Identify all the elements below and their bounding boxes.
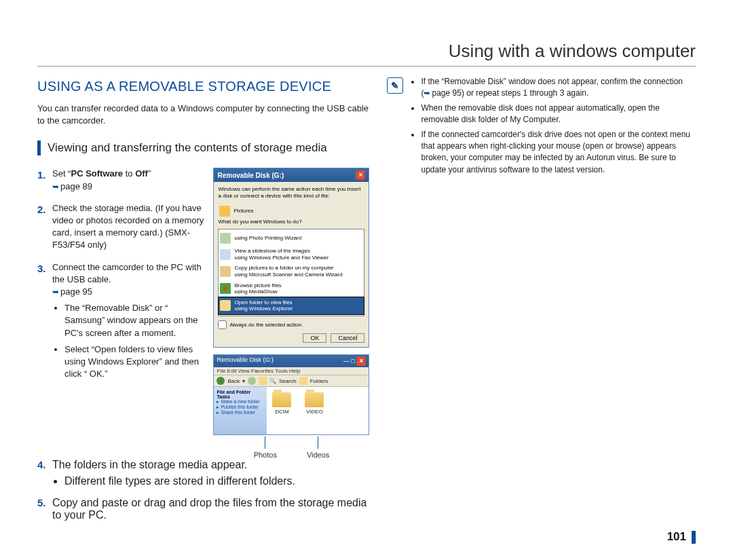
intro-text: You can transfer recorded data to a Wind…: [37, 102, 369, 127]
step-2: Check the storage media. (If you have vi…: [37, 202, 205, 252]
dialog-always-checkbox[interactable]: Always do the selected action.: [218, 320, 364, 329]
page-ref-95b: page 95: [424, 88, 461, 98]
explorer-title: Removable Disk (G:): [217, 356, 274, 366]
note-1: If the “Removable Disk” window does not …: [421, 76, 696, 100]
dialog-option-open-folder[interactable]: Open folder to view filesusing Windows E…: [219, 297, 364, 314]
notes-list: If the “Removable Disk” window does not …: [409, 76, 696, 179]
ok-button[interactable]: OK: [303, 333, 326, 343]
step-4: The folders in the storage media appear.…: [37, 459, 369, 487]
forward-icon: [248, 377, 256, 385]
step-1-text: Set “PC Software to Off”: [52, 168, 151, 179]
section-title: USING AS A REMOVABLE STORAGE DEVICE: [37, 79, 369, 94]
up-icon[interactable]: [259, 377, 267, 385]
dialog-filetype: Pictures: [233, 208, 253, 214]
explorer-menubar[interactable]: File Edit View Favorites Tools Help: [214, 367, 369, 375]
page-ref-95: page 95: [52, 286, 92, 297]
step-3: Connect the camcorder to the PC with the…: [37, 261, 205, 381]
folder-video[interactable]: VIDEO: [305, 392, 324, 434]
step-4-bullet-1: Different file types are stored in diffe…: [64, 475, 369, 487]
pictures-icon: [219, 206, 230, 217]
page-number: 101: [667, 531, 696, 544]
back-icon[interactable]: [217, 377, 225, 385]
dialog-option-print[interactable]: using Photo Printing Wizard: [219, 231, 364, 246]
explorer-toolbar[interactable]: Back ▾ 🔍Search Folders: [214, 375, 369, 387]
callout-videos: Videos: [307, 436, 329, 459]
step-3-bullet-2: Select “Open folders to view files using…: [64, 343, 205, 381]
dialog-option-browse[interactable]: Browse picture filesusing MediaShow: [219, 280, 364, 297]
step-1: Set “PC Software to Off” page 89: [37, 168, 205, 192]
scanner-icon: [220, 266, 231, 277]
dialog-option-copy[interactable]: Copy pictures to a folder on my computer…: [219, 263, 364, 280]
note-2: When the removable disk does not appear …: [421, 102, 696, 126]
folder-icon: [272, 392, 291, 407]
folder-open-icon: [220, 300, 231, 311]
dialog-option-slideshow[interactable]: View a slideshow of the imagesusing Wind…: [219, 246, 364, 263]
chapter-title: Using with a windows computer: [37, 41, 696, 67]
slideshow-icon: [220, 249, 231, 260]
close-icon[interactable]: ×: [356, 356, 366, 366]
note-icon: ✎: [387, 77, 403, 94]
dialog-prompt: Windows can perform the same action each…: [218, 186, 364, 199]
printer-icon: [220, 233, 231, 244]
subheading: Viewing and transferring the contents of…: [37, 141, 369, 155]
removable-disk-dialog: Removable Disk (G:) × Windows can perfor…: [213, 168, 369, 348]
step-5: Copy and paste or drag and drop the file…: [37, 497, 369, 521]
close-icon[interactable]: ×: [356, 170, 365, 180]
callout-photos: Photos: [254, 436, 277, 459]
folders-icon[interactable]: [299, 377, 307, 385]
cancel-button[interactable]: Cancel: [331, 333, 364, 343]
folder-dcim[interactable]: DCIM: [272, 392, 291, 434]
dialog-question: What do you want Windows to do?: [218, 219, 364, 225]
folder-icon: [305, 392, 324, 407]
note-3: If the connected camcorder's disk drive …: [421, 129, 696, 176]
explorer-window: Removable Disk (G:) — □ × File Edit View…: [213, 354, 369, 435]
step-3-bullet-1: The “Removable Disk” or “ Samsung” windo…: [64, 302, 205, 339]
explorer-sidebar: File and Folder Tasks ▸ Make a new folde…: [214, 387, 267, 434]
mediashow-icon: [220, 283, 231, 294]
dialog-title: Removable Disk (G:): [217, 172, 284, 179]
page-ref-89: page 89: [52, 181, 92, 191]
